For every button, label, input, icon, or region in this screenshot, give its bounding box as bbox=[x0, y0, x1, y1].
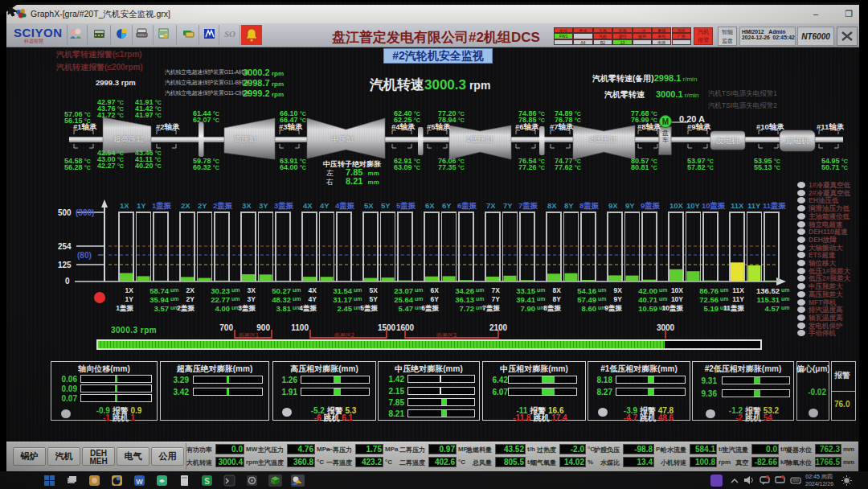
svg-text:S: S bbox=[204, 477, 210, 486]
svg-text:W: W bbox=[136, 478, 143, 486]
